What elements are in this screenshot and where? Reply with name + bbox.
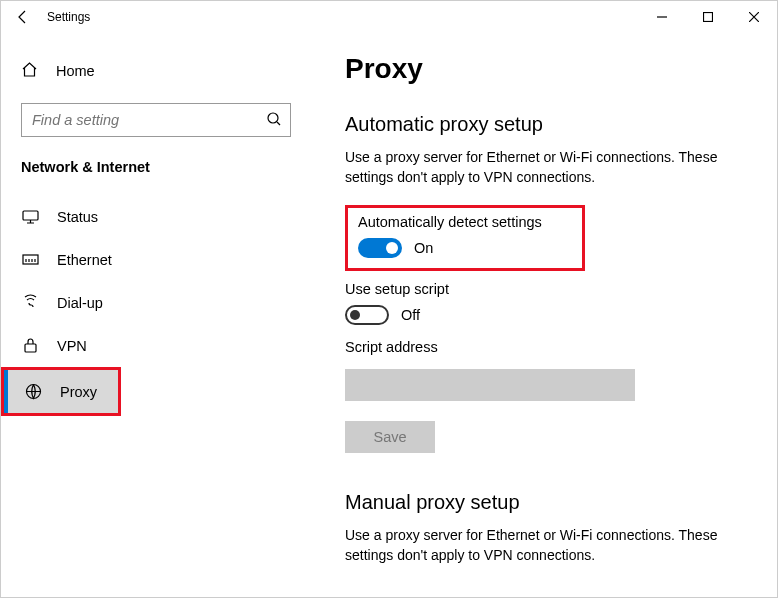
svg-rect-0 [704, 13, 713, 22]
home-link[interactable]: Home [21, 57, 291, 85]
section-header: Network & Internet [21, 159, 291, 175]
setup-script-state: Off [401, 307, 420, 323]
nav-label: Dial-up [57, 295, 103, 311]
auto-setup-title: Automatic proxy setup [345, 113, 743, 136]
search-input[interactable] [21, 103, 291, 137]
svg-rect-2 [23, 211, 38, 220]
sidebar-item-proxy[interactable]: Proxy [1, 367, 121, 416]
search-icon [266, 111, 282, 131]
page-title: Proxy [345, 53, 743, 85]
svg-rect-3 [23, 255, 38, 264]
nav-label: Proxy [60, 384, 97, 400]
home-label: Home [56, 63, 95, 79]
close-button[interactable] [731, 1, 777, 33]
sidebar: Home Network & Internet Status Ethernet [1, 33, 311, 597]
search-box[interactable] [21, 103, 291, 137]
nav-label: Ethernet [57, 252, 112, 268]
window-title: Settings [47, 10, 90, 24]
nav-list: Status Ethernet Dial-up VPN [1, 195, 311, 416]
window-controls [639, 1, 777, 33]
nav-label: Status [57, 209, 98, 225]
manual-setup-desc: Use a proxy server for Ethernet or Wi-Fi… [345, 526, 743, 565]
proxy-icon [24, 383, 42, 400]
auto-detect-highlight: Automatically detect settings On [345, 205, 585, 271]
auto-setup-desc: Use a proxy server for Ethernet or Wi-Fi… [345, 148, 743, 187]
titlebar: Settings [1, 1, 777, 33]
dialup-icon [21, 294, 39, 311]
setup-script-label: Use setup script [345, 281, 743, 297]
status-icon [21, 208, 39, 225]
script-address-input[interactable] [345, 369, 635, 401]
main-content: Proxy Automatic proxy setup Use a proxy … [311, 33, 777, 597]
sidebar-item-ethernet[interactable]: Ethernet [1, 238, 311, 281]
setup-script-toggle[interactable] [345, 305, 389, 325]
sidebar-item-vpn[interactable]: VPN [1, 324, 311, 367]
svg-point-1 [268, 113, 278, 123]
sidebar-item-status[interactable]: Status [1, 195, 311, 238]
minimize-button[interactable] [639, 1, 685, 33]
sidebar-item-dialup[interactable]: Dial-up [1, 281, 311, 324]
nav-label: VPN [57, 338, 87, 354]
auto-detect-toggle[interactable] [358, 238, 402, 258]
maximize-button[interactable] [685, 1, 731, 33]
ethernet-icon [21, 251, 39, 268]
home-icon [21, 61, 38, 81]
save-button[interactable]: Save [345, 421, 435, 453]
svg-rect-4 [25, 344, 36, 352]
script-address-label: Script address [345, 339, 743, 355]
back-button[interactable] [15, 9, 43, 25]
manual-setup-title: Manual proxy setup [345, 491, 743, 514]
vpn-icon [21, 337, 39, 354]
auto-detect-label: Automatically detect settings [358, 214, 572, 230]
auto-detect-state: On [414, 240, 433, 256]
